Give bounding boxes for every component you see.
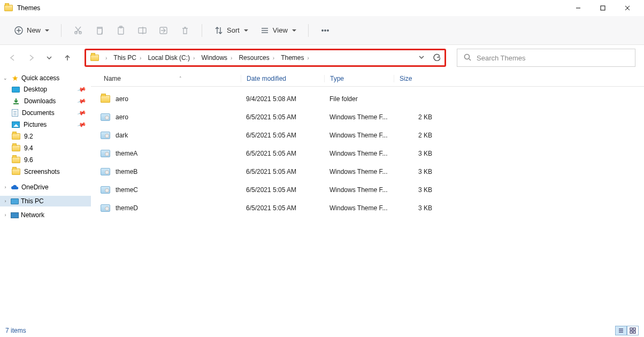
maximize-button[interactable] (591, 0, 615, 16)
sidebar-item[interactable]: ›This PC (0, 196, 91, 206)
sidebar-item[interactable]: 9.4 (0, 142, 91, 154)
separator (61, 24, 62, 37)
minimize-button[interactable] (566, 0, 591, 16)
sidebar-item[interactable]: Downloads📌 (0, 95, 91, 107)
up-button[interactable] (60, 50, 75, 65)
search-input[interactable] (477, 54, 628, 62)
breadcrumb-item[interactable]: This PC› (111, 53, 143, 63)
file-type: File folder (324, 95, 394, 103)
column-header-size[interactable]: Size (394, 75, 438, 82)
file-row[interactable]: dark6/5/2021 5:05 AMWindows Theme F...2 … (91, 126, 644, 144)
file-date: 6/5/2021 5:05 AM (241, 168, 324, 175)
file-name: aero (116, 113, 128, 121)
svg-point-21 (325, 29, 326, 30)
download-icon (12, 97, 20, 105)
document-icon (12, 109, 18, 117)
sidebar-item-label: 9.4 (24, 144, 33, 152)
sidebar-item-label: 9.2 (24, 133, 33, 140)
search-box[interactable] (457, 49, 635, 67)
cloud-icon (11, 183, 19, 191)
pin-icon: 📌 (77, 120, 87, 129)
rename-icon (137, 26, 147, 35)
close-button[interactable] (615, 0, 640, 16)
sidebar-item[interactable]: ›OneDrive (0, 182, 91, 193)
separator (202, 24, 202, 37)
breadcrumb-label: Themes (281, 54, 304, 62)
large-icons-view-button[interactable] (627, 326, 639, 335)
forward-button[interactable] (24, 50, 39, 65)
folder-icon (90, 55, 99, 61)
rename-button[interactable] (133, 21, 151, 40)
file-date: 6/5/2021 5:05 AM (241, 150, 324, 157)
file-row[interactable]: themeB6/5/2021 5:05 AMWindows Theme F...… (91, 163, 644, 181)
paste-button[interactable] (112, 21, 130, 40)
sidebar-item-label: OneDrive (21, 183, 49, 191)
file-type: Windows Theme F... (324, 186, 394, 194)
window-controls (566, 0, 640, 16)
svg-rect-14 (139, 28, 146, 33)
svg-rect-12 (118, 27, 124, 34)
address-bar[interactable]: › This PC› Local Disk (C:)› Windows› Res… (85, 49, 446, 67)
breadcrumb-item[interactable]: Windows› (199, 53, 234, 63)
view-icon (260, 26, 270, 35)
history-dropdown-button[interactable] (418, 53, 425, 63)
share-icon (159, 26, 168, 35)
sidebar-item[interactable]: Desktop📌 (0, 83, 91, 95)
svg-point-23 (465, 54, 470, 59)
copy-button[interactable] (90, 21, 109, 40)
file-row[interactable]: themeA6/5/2021 5:05 AMWindows Theme F...… (91, 144, 644, 163)
file-size: 3 KB (394, 186, 438, 194)
column-header-type[interactable]: Type (324, 75, 394, 82)
file-type: Windows Theme F... (324, 132, 394, 139)
titlebar: Themes (0, 0, 644, 16)
breadcrumb-item[interactable]: Local Disk (C:)› (145, 53, 197, 63)
trash-icon (180, 26, 190, 35)
new-button[interactable]: New (10, 21, 53, 40)
status-text: 7 items (5, 327, 26, 334)
details-view-button[interactable] (615, 326, 627, 335)
theme-file-icon (101, 150, 110, 157)
delete-button[interactable] (176, 21, 194, 40)
nav-row: › This PC› Local Disk (C:)› Windows› Res… (0, 45, 644, 71)
back-button[interactable] (5, 50, 20, 65)
file-row[interactable]: aero6/5/2021 5:05 AMWindows Theme F...2 … (91, 108, 644, 126)
sidebar-item[interactable]: 9.2 (0, 131, 91, 142)
sidebar-item[interactable]: Screenshots (0, 166, 91, 178)
file-row[interactable]: aero9/4/2021 5:08 AMFile folder (91, 90, 644, 108)
column-headers: Name ˄ Date modified Type Size (91, 71, 644, 87)
breadcrumb-item[interactable]: Resources› (236, 53, 277, 63)
breadcrumb-item[interactable]: Themes› (279, 53, 311, 63)
sidebar-item-quick-access[interactable]: ⌄ ★ Quick access (0, 73, 91, 83)
breadcrumb-chevron[interactable]: › (103, 54, 109, 62)
separator (308, 24, 309, 37)
sidebar-item-label: Documents (22, 109, 55, 117)
sidebar-item[interactable]: Documents📌 (0, 107, 91, 119)
theme-file-icon (101, 168, 110, 175)
column-header-date[interactable]: Date modified (241, 75, 324, 82)
view-button[interactable]: View (256, 21, 301, 40)
file-row[interactable]: themeD6/5/2021 5:05 AMWindows Theme F...… (91, 199, 644, 217)
more-button[interactable] (316, 21, 334, 40)
svg-rect-30 (630, 331, 632, 333)
folder-icon (12, 157, 20, 163)
breadcrumb-label: Windows (201, 54, 227, 62)
theme-file-icon (101, 204, 110, 212)
sidebar-item-label: Desktop (24, 86, 47, 93)
refresh-button[interactable] (433, 53, 440, 63)
chevron-down-icon (244, 29, 248, 32)
cut-button[interactable] (69, 21, 87, 40)
sidebar-item[interactable]: Pictures📌 (0, 119, 91, 131)
svg-point-22 (327, 29, 328, 30)
sort-button[interactable]: Sort (210, 21, 252, 40)
theme-file-icon (101, 132, 110, 139)
file-date: 6/5/2021 5:05 AM (241, 113, 324, 121)
plus-circle-icon (14, 26, 24, 35)
share-button[interactable] (155, 21, 173, 40)
file-row[interactable]: themeC6/5/2021 5:05 AMWindows Theme F...… (91, 181, 644, 199)
status-bar: 7 items (0, 324, 644, 337)
sidebar-item[interactable]: 9.6 (0, 154, 91, 166)
column-header-name[interactable]: Name ˄ (91, 75, 241, 82)
recent-locations-button[interactable] (42, 50, 57, 65)
file-name: dark (116, 132, 128, 139)
sidebar-item[interactable]: ›Network (0, 210, 91, 220)
